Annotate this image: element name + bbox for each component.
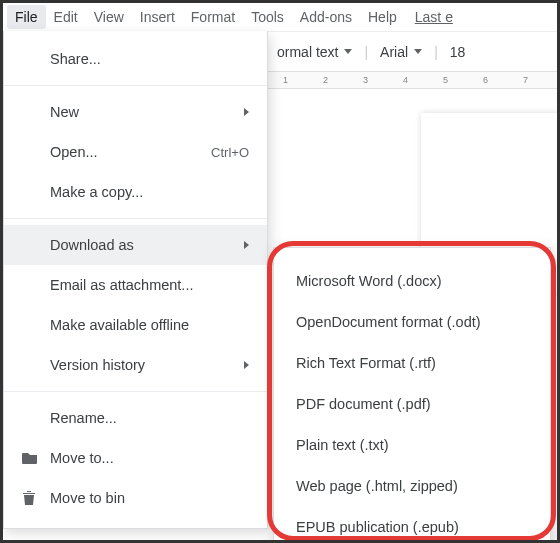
- menu-version-history[interactable]: Version history: [4, 345, 267, 385]
- download-pdf[interactable]: PDF document (.pdf): [274, 383, 550, 424]
- ruler-tick: 4: [403, 75, 408, 85]
- font-label: Arial: [380, 44, 408, 60]
- menu-edit[interactable]: Edit: [46, 5, 86, 29]
- menu-addons[interactable]: Add-ons: [292, 5, 360, 29]
- trash-icon: [22, 490, 50, 506]
- ruler-tick: 1: [283, 75, 288, 85]
- font-select[interactable]: Arial: [374, 39, 428, 65]
- separator: [4, 218, 267, 219]
- menu-available-offline[interactable]: Make available offline: [4, 305, 267, 345]
- menubar: File Edit View Insert Format Tools Add-o…: [3, 3, 557, 31]
- last-edit-link[interactable]: Last e: [415, 9, 453, 25]
- menu-move-to[interactable]: Move to...: [4, 438, 267, 478]
- paragraph-style-select[interactable]: ormal text: [271, 39, 358, 65]
- menu-rename[interactable]: Rename...: [4, 398, 267, 438]
- ruler-tick: 6: [483, 75, 488, 85]
- ruler-tick: 5: [443, 75, 448, 85]
- menu-share[interactable]: Share...: [4, 39, 267, 79]
- chevron-down-icon: [344, 49, 352, 54]
- menu-new[interactable]: New: [4, 92, 267, 132]
- menu-format[interactable]: Format: [183, 5, 243, 29]
- download-epub[interactable]: EPUB publication (.epub): [274, 506, 550, 543]
- menu-tools[interactable]: Tools: [243, 5, 292, 29]
- chevron-down-icon: [414, 49, 422, 54]
- menu-open[interactable]: Open... Ctrl+O: [4, 132, 267, 172]
- menu-download-as[interactable]: Download as: [4, 225, 267, 265]
- toolbar-separator: |: [432, 44, 440, 60]
- download-txt[interactable]: Plain text (.txt): [274, 424, 550, 465]
- download-as-submenu: Microsoft Word (.docx) OpenDocument form…: [273, 247, 551, 543]
- menu-view[interactable]: View: [86, 5, 132, 29]
- menu-insert[interactable]: Insert: [132, 5, 183, 29]
- font-size-select[interactable]: 18: [444, 39, 472, 65]
- ruler-tick: 3: [363, 75, 368, 85]
- chevron-right-icon: [244, 361, 249, 369]
- menu-file[interactable]: File: [7, 5, 46, 29]
- menu-help[interactable]: Help: [360, 5, 405, 29]
- download-docx[interactable]: Microsoft Word (.docx): [274, 260, 550, 301]
- download-odt[interactable]: OpenDocument format (.odt): [274, 301, 550, 342]
- menu-email-attachment[interactable]: Email as attachment...: [4, 265, 267, 305]
- download-html[interactable]: Web page (.html, zipped): [274, 465, 550, 506]
- font-size-value: 18: [450, 44, 466, 60]
- shortcut-label: Ctrl+O: [211, 145, 249, 160]
- file-menu-dropdown: Share... New Open... Ctrl+O Make a copy.…: [3, 31, 268, 529]
- chevron-right-icon: [244, 108, 249, 116]
- chevron-right-icon: [244, 241, 249, 249]
- folder-icon: [22, 451, 50, 465]
- menu-move-to-bin[interactable]: Move to bin: [4, 478, 267, 518]
- separator: [4, 391, 267, 392]
- ruler-tick: 2: [323, 75, 328, 85]
- toolbar-separator: |: [362, 44, 370, 60]
- menu-make-copy[interactable]: Make a copy...: [4, 172, 267, 212]
- separator: [4, 85, 267, 86]
- ruler-tick: 7: [523, 75, 528, 85]
- paragraph-style-label: ormal text: [277, 44, 338, 60]
- download-rtf[interactable]: Rich Text Format (.rtf): [274, 342, 550, 383]
